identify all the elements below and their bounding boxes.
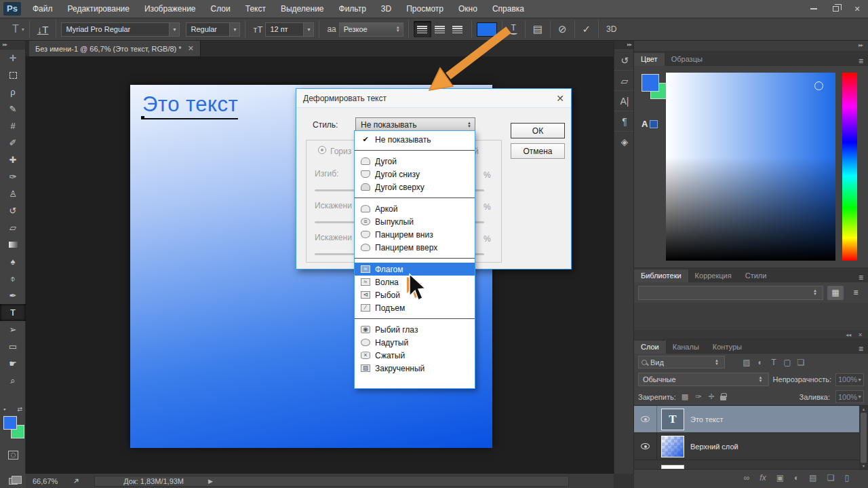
- layers-panel-tab[interactable]: Каналы: [666, 341, 706, 354]
- smart-object-filter-icon[interactable]: ❏: [794, 358, 808, 367]
- eye-icon[interactable]: [641, 416, 650, 422]
- gradient-tool[interactable]: [0, 236, 26, 253]
- link-layers-icon[interactable]: ∞: [744, 473, 750, 483]
- menubar-item[interactable]: Файл: [25, 0, 60, 18]
- font-size-dropdown-icon[interactable]: ▼: [303, 23, 313, 36]
- layer-thumbnail[interactable]: T: [661, 409, 684, 430]
- layer-style-icon[interactable]: fx: [760, 473, 766, 483]
- layer-mask-icon[interactable]: ▣: [776, 473, 784, 483]
- warp-style-option[interactable]: ◉Рыбий глаз: [355, 323, 475, 336]
- lasso-tool[interactable]: ρ: [0, 83, 26, 100]
- pixel-filter-icon[interactable]: ▨: [740, 358, 753, 367]
- swap-colors-icon[interactable]: ▪⇄: [1, 406, 24, 413]
- layer-visibility-cell[interactable]: [634, 406, 657, 432]
- type-tool[interactable]: T: [0, 304, 26, 321]
- grid-view-button[interactable]: ▦: [827, 286, 844, 300]
- layer-thumbnail[interactable]: [661, 436, 684, 457]
- history-panel-icon[interactable]: ↺: [614, 50, 635, 70]
- menubar-item[interactable]: Текст: [238, 0, 273, 18]
- warp-style-option[interactable]: Дугой снизу: [355, 168, 475, 181]
- adjustment-layer-icon[interactable]: ◐: [794, 473, 799, 483]
- eraser-tool[interactable]: ▱: [0, 219, 26, 236]
- quick-mask-button[interactable]: [0, 447, 26, 464]
- layer-group-icon[interactable]: ▤: [809, 473, 816, 483]
- path-select-tool[interactable]: ➢: [0, 321, 26, 338]
- warp-style-option[interactable]: ≈Флагом: [355, 263, 475, 276]
- layers-panel-tab[interactable]: Слои: [634, 341, 666, 354]
- toolbar-collapse-icon[interactable]: ▸▸: [0, 41, 25, 50]
- lock-all-icon[interactable]: [720, 396, 726, 400]
- shape-tool[interactable]: ▭: [0, 338, 26, 355]
- font-family-select[interactable]: Myriad Pro Regular ▼: [61, 22, 180, 37]
- menubar-item[interactable]: Просмотр: [399, 0, 451, 18]
- layers-scrollbar[interactable]: ▲▼: [859, 406, 868, 469]
- lock-transparency-icon[interactable]: ▩: [682, 392, 688, 401]
- font-style-dropdown-icon[interactable]: ▼: [229, 23, 239, 36]
- layer-row[interactable]: Верхний слой: [634, 433, 868, 460]
- canvas-text-layer[interactable]: Это текст: [142, 92, 238, 117]
- marquee-tool[interactable]: [0, 67, 26, 83]
- adjustment-filter-icon[interactable]: ◐: [753, 358, 767, 367]
- dodge-tool[interactable]: ⌽: [0, 270, 26, 287]
- color-panel-menu-icon[interactable]: ≡: [859, 56, 868, 66]
- warp-style-option[interactable]: Дугой сверху: [355, 181, 475, 193]
- menubar-item[interactable]: 3D: [374, 0, 399, 18]
- warp-style-option[interactable]: ≡Выпуклый: [355, 215, 475, 228]
- zoom-tool[interactable]: ⌕: [0, 372, 26, 389]
- list-view-button[interactable]: ≡: [848, 286, 864, 300]
- 3d-panel-icon[interactable]: ◈: [614, 131, 635, 151]
- warp-style-option[interactable]: Панцирем вниз: [355, 228, 475, 241]
- character-panel-icon[interactable]: A|: [614, 90, 635, 111]
- menubar-item[interactable]: Выделение: [273, 0, 332, 18]
- anti-alias-select[interactable]: Резкое ▲▼: [339, 22, 403, 37]
- hue-strip[interactable]: [842, 73, 857, 261]
- warp-style-option[interactable]: ≈Волна: [355, 276, 475, 288]
- layers-panel-menu-icon[interactable]: ≡: [859, 344, 868, 354]
- healing-brush-tool[interactable]: ✚: [0, 151, 26, 168]
- libraries-panel-menu-icon[interactable]: ≡: [859, 273, 868, 282]
- font-size-select[interactable]: 12 пт ▼: [265, 22, 314, 37]
- warp-style-option[interactable]: Надутый: [355, 336, 475, 349]
- type-tool-preset-icon[interactable]: T: [9, 23, 22, 35]
- warp-style-option[interactable]: ×Сжатый: [355, 349, 475, 362]
- warp-text-icon[interactable]: T: [507, 24, 520, 35]
- menubar-item[interactable]: Изображение: [137, 0, 203, 18]
- layer-visibility-cell[interactable]: [634, 433, 657, 459]
- layers-panel-tab[interactable]: Контуры: [706, 341, 749, 354]
- status-expand-icon[interactable]: ▶: [208, 478, 213, 485]
- quick-select-tool[interactable]: ✎: [0, 100, 26, 117]
- delete-layer-icon[interactable]: ▯: [844, 473, 849, 483]
- warp-style-option[interactable]: ∕Подъем: [355, 301, 475, 314]
- lock-position-icon[interactable]: ✛: [708, 392, 714, 401]
- align-left-button[interactable]: [414, 21, 431, 37]
- color-panel-tab[interactable]: Цвет: [634, 53, 665, 66]
- paragraph-panel-icon[interactable]: ¶: [614, 111, 635, 131]
- shape-filter-icon[interactable]: ▢: [781, 358, 794, 367]
- properties-panel-icon[interactable]: ▱: [614, 70, 635, 90]
- warp-style-option[interactable]: ✔Не показывать: [355, 133, 475, 146]
- preset-dropdown-icon[interactable]: ▾: [22, 26, 24, 33]
- text-orientation-icon[interactable]: ↓T: [35, 24, 52, 35]
- layer-row[interactable]: TЭто текст: [634, 406, 868, 433]
- eye-icon[interactable]: [641, 443, 650, 449]
- libraries-collapse-icon[interactable]: ◂◂: [846, 332, 851, 338]
- dialog-titlebar[interactable]: Деформировать текст ✕: [296, 89, 571, 108]
- lock-pixels-icon[interactable]: ✑: [695, 392, 701, 401]
- screen-mode-button[interactable]: [0, 474, 26, 488]
- text-color-swatch[interactable]: [477, 22, 497, 37]
- pen-tool[interactable]: ✒: [0, 287, 26, 304]
- panel-foreground-swatch[interactable]: [642, 74, 659, 92]
- new-layer-icon[interactable]: ❏: [827, 473, 835, 483]
- warp-style-option[interactable]: Дугой: [355, 155, 475, 168]
- saturation-brightness-field[interactable]: [666, 73, 835, 261]
- color-panel-tab[interactable]: Образцы: [665, 53, 709, 66]
- foreground-color-swatch[interactable]: [3, 416, 17, 430]
- move-tool[interactable]: ✛: [0, 50, 26, 67]
- opacity-select[interactable]: 100%▼: [835, 373, 864, 386]
- menubar-item[interactable]: Слои: [203, 0, 238, 18]
- type-filter-icon[interactable]: T: [767, 358, 781, 367]
- align-right-button[interactable]: [449, 21, 467, 37]
- font-family-dropdown-icon[interactable]: ▼: [169, 23, 179, 36]
- clone-stamp-tool[interactable]: ♙: [0, 185, 26, 202]
- zoom-level-field[interactable]: 66,67%: [33, 477, 68, 485]
